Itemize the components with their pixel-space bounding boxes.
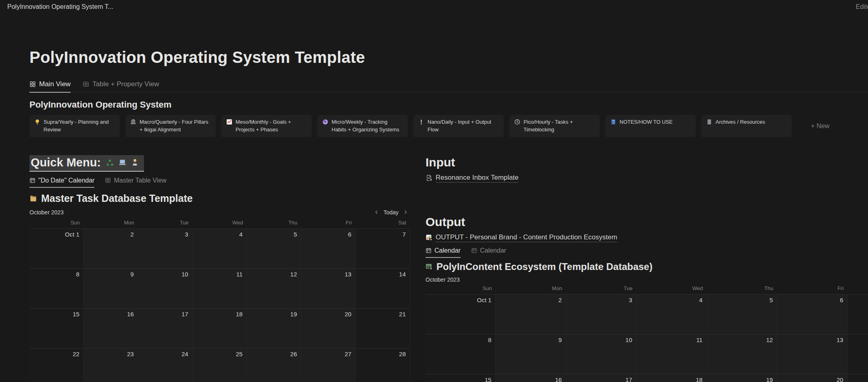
day-number: 20 xyxy=(344,311,351,318)
tab-label: Main View xyxy=(39,80,71,88)
nav-card-label: Macro/Quarterly - Four Pillars + Ikigai … xyxy=(140,118,211,134)
calendar-day-cell[interactable]: 8 xyxy=(426,334,496,374)
calendar-day-cell[interactable]: 7 xyxy=(356,229,410,269)
nav-card[interactable]: Nano/Daily - Input + Output Flow xyxy=(413,115,504,137)
notebook-icon xyxy=(610,119,616,125)
calendar-day-cell[interactable]: 23 xyxy=(84,349,138,382)
recycle-icon xyxy=(106,158,114,167)
calendar-day-cell[interactable]: 21 xyxy=(848,374,868,382)
calendar-day-cell[interactable]: 6 xyxy=(301,229,356,269)
calendar-day-cell[interactable]: 5 xyxy=(247,229,301,269)
table-icon xyxy=(83,81,89,87)
chevron-right-icon[interactable] xyxy=(403,210,408,214)
day-header: Sat xyxy=(848,285,868,291)
calendar-day-cell[interactable]: 13 xyxy=(301,269,356,309)
calendar-day-cell[interactable]: 24 xyxy=(138,349,193,382)
day-number: 10 xyxy=(182,271,188,278)
calendar-day-cell[interactable]: 8 xyxy=(29,269,84,309)
output-ecosystem-link[interactable]: OUTPUT - Personal Brand - Content Produc… xyxy=(426,233,868,242)
day-number: 13 xyxy=(837,336,843,343)
nav-card[interactable]: Supra/Yearly - Planning and Review xyxy=(29,115,120,137)
calendar-day-cell[interactable]: 6 xyxy=(777,295,847,334)
page-title: PolyInnovation Operating System Template xyxy=(29,48,868,66)
tab-do-date-calendar[interactable]: "Do Date" Calendar xyxy=(29,177,94,187)
calendar-day-cell[interactable]: 13 xyxy=(777,334,847,374)
calendar-day-cell[interactable]: 2 xyxy=(496,295,566,334)
nav-card[interactable]: Meso/Monthly - Goals + Projects + Phases xyxy=(221,115,312,137)
nav-card[interactable]: Micro/Weekly - Tracking Habits + Organiz… xyxy=(317,115,408,137)
nav-card-label: Supra/Yearly - Planning and Review xyxy=(44,118,115,134)
calendar-day-cell[interactable]: 5 xyxy=(707,295,777,334)
calendar-day-cell[interactable]: 27 xyxy=(301,349,356,382)
new-button[interactable]: + New xyxy=(797,115,843,137)
calendar-day-cell[interactable]: 14 xyxy=(848,334,868,374)
day-header: Thu xyxy=(247,220,301,226)
calendar-day-cell[interactable]: 18 xyxy=(636,374,707,382)
left-calendar-tabs: "Do Date" Calendar Master Table View xyxy=(29,177,410,187)
calendar-day-cell[interactable]: 25 xyxy=(193,349,247,382)
calendar-day-cell[interactable]: 11 xyxy=(636,334,707,374)
calendar-day-cell[interactable]: 20 xyxy=(301,309,356,349)
calendar-day-cell[interactable]: 10 xyxy=(138,269,193,309)
calendar-day-cell[interactable]: 17 xyxy=(138,309,193,349)
calendar-day-cell[interactable]: 15 xyxy=(426,374,496,382)
chevron-left-icon[interactable] xyxy=(374,210,379,214)
polyincontent-database-title[interactable]: PolyInContent Ecosystem (Template Databa… xyxy=(426,261,868,272)
calendar-day-cell[interactable]: 21 xyxy=(356,309,410,349)
calendar-day-cell[interactable]: 20 xyxy=(777,374,847,382)
day-number: 6 xyxy=(840,297,843,303)
calendar-day-cell[interactable]: 18 xyxy=(193,309,247,349)
tab-calendar-1[interactable]: Calendar xyxy=(426,247,461,257)
calendar-day-cell[interactable]: 15 xyxy=(29,309,84,349)
tab-calendar-2[interactable]: Calendar xyxy=(471,247,506,257)
breadcrumb[interactable]: PolyInnovation Operating System T... xyxy=(7,3,113,10)
calendar-day-cell[interactable]: 2 xyxy=(84,229,138,269)
day-number: Oct 1 xyxy=(477,297,492,303)
calendar-day-cell[interactable]: 7 xyxy=(848,295,868,334)
bank-icon xyxy=(130,119,136,125)
calendar-day-cell[interactable]: 10 xyxy=(566,334,636,374)
calendar-day-cell[interactable]: 16 xyxy=(496,374,566,382)
day-number: 11 xyxy=(696,336,703,343)
calendar-day-cell[interactable]: 19 xyxy=(707,374,777,382)
calendar-day-cell[interactable]: 19 xyxy=(247,309,301,349)
calendar-day-cell[interactable]: 26 xyxy=(247,349,301,382)
tab-table-property-view[interactable]: Table + Property View xyxy=(83,80,159,92)
today-button[interactable]: Today xyxy=(384,209,399,216)
calendar-day-cell[interactable]: 9 xyxy=(84,269,138,309)
calendar-day-cell[interactable]: 4 xyxy=(636,295,707,334)
calendar-day-cell[interactable]: 4 xyxy=(193,229,247,269)
chart-link-icon xyxy=(426,234,432,241)
calendar-day-cell[interactable]: 12 xyxy=(247,269,301,309)
calendar-icon xyxy=(426,247,432,253)
calendar-day-cell[interactable]: 22 xyxy=(29,349,84,382)
day-number: 2 xyxy=(130,231,134,238)
day-number: 23 xyxy=(127,351,134,357)
day-number: 14 xyxy=(399,271,406,278)
day-number: 15 xyxy=(73,311,79,318)
calendar-day-cell[interactable]: 14 xyxy=(356,269,410,309)
tab-master-table-view[interactable]: Master Table View xyxy=(105,177,166,187)
calendar-day-cell[interactable]: 3 xyxy=(138,229,193,269)
nav-card[interactable]: Macro/Quarterly - Four Pillars + Ikigai … xyxy=(125,115,216,137)
nav-card-label: Archives / Resources xyxy=(716,118,765,126)
calendar-day-cell[interactable]: 3 xyxy=(566,295,636,334)
link-label: Resonance Inbox Template xyxy=(436,174,519,183)
nav-card-label: Meso/Monthly - Goals + Projects + Phases xyxy=(236,118,307,134)
calendar-day-cell[interactable]: 17 xyxy=(566,374,636,382)
calendar-day-cell[interactable]: Oct 1 xyxy=(29,229,84,269)
resonance-inbox-link[interactable]: Resonance Inbox Template xyxy=(426,174,868,183)
master-task-database-title[interactable]: Master Task Database Template xyxy=(29,193,410,204)
calendar-day-cell[interactable]: 9 xyxy=(496,334,566,374)
nav-card[interactable]: Pico/Hourly - Tasks + Timeblocking xyxy=(509,115,600,137)
calendar-day-cell[interactable]: 16 xyxy=(84,309,138,349)
month-label: October 2023 xyxy=(426,276,868,283)
nav-card[interactable]: NOTES/HOW TO USE xyxy=(605,115,696,137)
tab-main-view[interactable]: Main View xyxy=(29,80,71,92)
calendar-day-cell[interactable]: 11 xyxy=(193,269,247,309)
calendar-day-cell[interactable]: 28 xyxy=(356,349,410,382)
left-calendar-day-headers: SunMonTueWedThuFriSat xyxy=(29,220,410,228)
nav-card[interactable]: Archives / Resources xyxy=(701,115,792,137)
calendar-day-cell[interactable]: 12 xyxy=(707,334,777,374)
calendar-day-cell[interactable]: Oct 1 xyxy=(426,295,496,334)
